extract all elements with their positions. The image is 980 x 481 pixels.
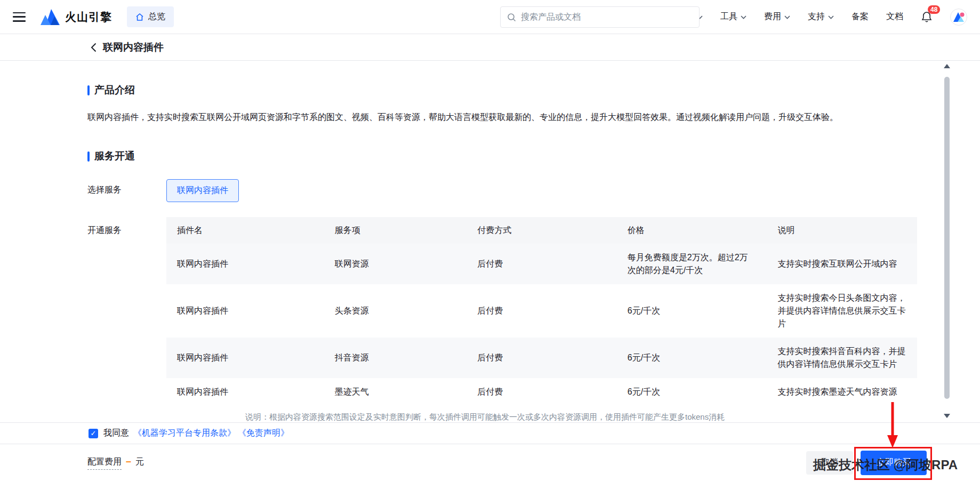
select-service-row: 选择服务 联网内容插件 — [87, 179, 917, 202]
section-marker — [87, 85, 90, 95]
table-header-cell: 说明 — [767, 217, 917, 244]
table-header-cell: 价格 — [617, 217, 767, 244]
section-service-open-heading: 服务开通 — [87, 149, 917, 163]
nav-menu-label: 费用 — [764, 11, 781, 22]
navbar-right-menus: 企业工具费用支持备案文档 48 — [677, 9, 967, 26]
chevron-down-icon — [828, 15, 834, 19]
table-cell: 抖音资源 — [324, 338, 467, 378]
table-cell: 后付费 — [467, 284, 617, 338]
cost-group: 配置费用 – 元 — [87, 456, 144, 470]
page-header: 联网内容插件 — [0, 34, 980, 61]
table-header-row: 插件名服务项付费方式价格说明 — [166, 217, 917, 244]
nav-menu-label: 工具 — [720, 11, 737, 22]
table-cell: 支持实时搜索互联网公开域内容 — [767, 244, 917, 284]
table-cell: 联网内容插件 — [166, 338, 324, 378]
select-service-label: 选择服务 — [87, 179, 166, 196]
section-product-intro-heading: 产品介绍 — [87, 83, 917, 97]
table-cell: 6元/千次 — [617, 284, 767, 338]
chevron-down-icon — [784, 15, 790, 19]
table-header-cell: 付费方式 — [467, 217, 617, 244]
brand-name: 火山引擎 — [65, 10, 112, 25]
table-header-cell: 插件名 — [166, 217, 324, 244]
cost-label: 配置费用 — [87, 456, 122, 470]
table-cell: 墨迹天气 — [324, 378, 467, 406]
notification-count-badge: 48 — [928, 5, 940, 14]
agreement-bar: ✓ 我同意 《机器学习平台专用条款》 《免责声明》 — [0, 422, 980, 444]
service-table-row: 联网内容插件联网资源后付费每月免费额度是2万次。超过2万次的部分是4元/千次支持… — [166, 244, 917, 284]
nav-menu-label: 备案 — [852, 11, 869, 22]
table-cell: 头条资源 — [324, 284, 467, 338]
volcano-logo-icon — [41, 9, 60, 25]
chevron-left-icon — [91, 43, 97, 52]
overview-tab[interactable]: 总览 — [127, 6, 174, 27]
service-option-selected[interactable]: 联网内容插件 — [166, 179, 239, 202]
nav-menu-label: 支持 — [808, 11, 825, 22]
cancel-button[interactable]: 取消 — [806, 451, 853, 475]
disclaimer-link[interactable]: 《免责声明》 — [238, 428, 289, 439]
table-cell: 联网资源 — [324, 244, 467, 284]
brand-logo[interactable]: 火山引擎 — [41, 9, 112, 25]
open-service-row: 开通服务 插件名服务项付费方式价格说明 联网内容插件联网资源后付费每月免费额度是… — [87, 217, 917, 422]
table-cell: 支持实时搜索抖音百科内容，并提供内容详情信息供展示交互卡片 — [767, 338, 917, 378]
nav-menu-label: 文档 — [886, 11, 903, 22]
service-table-row: 联网内容插件抖音资源后付费6元/千次支持实时搜索抖音百科内容，并提供内容详情信息… — [166, 338, 917, 378]
cost-unit: 元 — [135, 456, 144, 468]
product-description: 联网内容插件，支持实时搜索互联网公开域网页资源和字节系的图文、视频、百科等资源，… — [87, 111, 917, 124]
section-marker — [87, 151, 90, 162]
terms-link[interactable]: 《机器学习平台专用条款》 — [133, 428, 236, 439]
service-table: 插件名服务项付费方式价格说明 联网内容插件联网资源后付费每月免费额度是2万次。超… — [166, 217, 917, 406]
bottom-action-bar: 配置费用 – 元 取消 立即购买 — [0, 444, 980, 481]
table-cell: 后付费 — [467, 338, 617, 378]
nav-menu-support[interactable]: 支持 — [808, 11, 834, 22]
notifications-button[interactable]: 48 — [921, 11, 933, 23]
scroll-down-arrow[interactable] — [944, 414, 950, 418]
nav-menu-billing[interactable]: 费用 — [764, 11, 790, 22]
main-content: 产品介绍 联网内容插件，支持实时搜索互联网公开域网页资源和字节系的图文、视频、百… — [0, 61, 980, 422]
table-cell: 联网内容插件 — [166, 378, 324, 406]
home-icon — [135, 13, 144, 21]
buy-now-button[interactable]: 立即购买 — [861, 451, 927, 475]
search-input[interactable] — [521, 12, 693, 22]
top-navbar: 火山引擎 总览 企业工具费用支持备案文档 — [0, 0, 980, 34]
page-title: 联网内容插件 — [103, 41, 164, 54]
table-cell: 支持实时搜索今日头条图文内容，并提供内容详情信息供展示交互卡片 — [767, 284, 917, 338]
open-service-label: 开通服务 — [87, 217, 166, 236]
service-table-row: 联网内容插件墨迹天气后付费6元/千次支持实时搜索墨迹天气内容资源 — [166, 378, 917, 406]
search-icon — [507, 13, 516, 22]
user-avatar[interactable] — [950, 9, 967, 26]
vertical-scrollbar[interactable] — [943, 64, 951, 418]
table-note: 说明：根据内容资源搜索范围设定及实时意图判断，每次插件调用可能触发一次或多次内容… — [245, 411, 917, 422]
table-cell: 6元/千次 — [617, 338, 767, 378]
table-cell: 支持实时搜索墨迹天气内容资源 — [767, 378, 917, 406]
nav-menu-beian[interactable]: 备案 — [852, 11, 869, 22]
overview-tab-label: 总览 — [148, 11, 165, 22]
app-window: 火山引擎 总览 企业工具费用支持备案文档 — [0, 0, 980, 481]
scroll-up-arrow[interactable] — [944, 64, 950, 68]
table-cell: 后付费 — [467, 378, 617, 406]
table-cell: 6元/千次 — [617, 378, 767, 406]
nav-menu-docs[interactable]: 文档 — [886, 11, 903, 22]
table-header-cell: 服务项 — [324, 217, 467, 244]
hamburger-menu-button[interactable] — [13, 12, 26, 22]
cost-value: – — [126, 456, 131, 467]
service-table-row: 联网内容插件头条资源后付费6元/千次支持实时搜索今日头条图文内容，并提供内容详情… — [166, 284, 917, 338]
table-cell: 联网内容插件 — [166, 244, 324, 284]
table-cell: 联网内容插件 — [166, 284, 324, 338]
back-button[interactable] — [91, 43, 97, 52]
scrollbar-thumb[interactable] — [944, 77, 950, 399]
nav-menu-tools[interactable]: 工具 — [720, 11, 746, 22]
chevron-down-icon — [741, 15, 746, 19]
agree-checkbox[interactable]: ✓ — [89, 429, 98, 438]
global-search[interactable] — [500, 6, 700, 28]
table-cell: 每月免费额度是2万次。超过2万次的部分是4元/千次 — [617, 244, 767, 284]
table-cell: 后付费 — [467, 244, 617, 284]
agree-text: 我同意 — [103, 428, 129, 439]
